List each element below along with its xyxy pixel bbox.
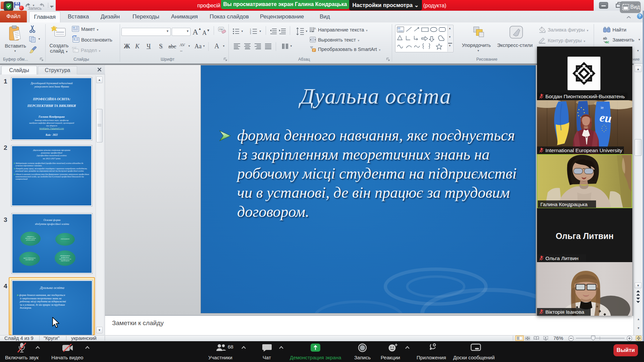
svg-text:ie: ie	[601, 106, 604, 110]
svg-text:3: 3	[250, 32, 251, 35]
svg-text:A: A	[314, 27, 316, 30]
svg-text:ab: ab	[603, 37, 607, 40]
svg-text:eu: eu	[599, 111, 612, 125]
svg-text:Аа: Аа	[219, 27, 223, 31]
svg-text:ac: ac	[605, 40, 609, 44]
svg-text:XYZ: XYZ	[72, 47, 76, 49]
